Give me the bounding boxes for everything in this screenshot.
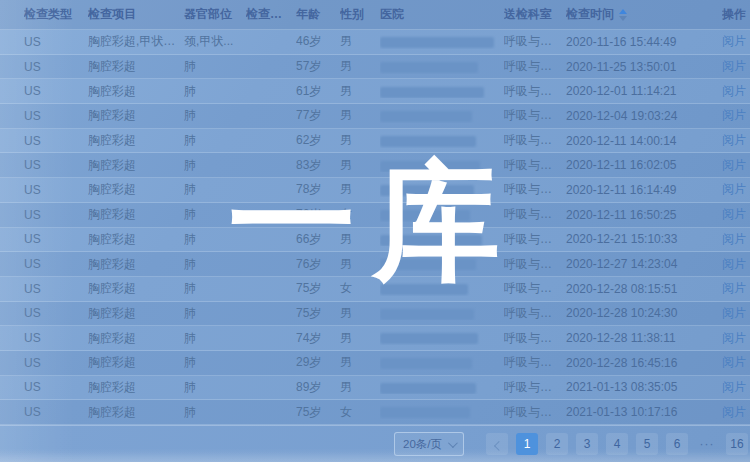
exam-list-screen: 检查类型检查项目器官部位检查方法年龄性别医院送检科室检查时间操作 US胸腔彩超,…: [0, 0, 750, 462]
view-images-link[interactable]: 阅片: [722, 158, 746, 172]
hospital-redacted-block: [380, 185, 474, 196]
view-images-link[interactable]: 阅片: [722, 108, 746, 122]
view-images-link[interactable]: 阅片: [722, 380, 746, 394]
view-images-link[interactable]: 阅片: [722, 232, 746, 246]
cell-gender: 男: [340, 379, 380, 396]
view-images-link[interactable]: 阅片: [722, 257, 746, 271]
column-header-label: 医院: [380, 7, 404, 21]
cell-exam_item: 胸腔彩超: [88, 181, 184, 198]
cell-exam_item: 胸腔彩超: [88, 354, 184, 371]
cell-department: 呼吸与重症医...: [504, 107, 566, 124]
page-button-5[interactable]: 5: [636, 433, 658, 455]
cell-exam_type: US: [24, 232, 88, 246]
table-row: US胸腔彩超肺76岁女呼吸与重症医...2020-12-11 16:50:25阅…: [0, 203, 750, 228]
cell-exam_type: US: [24, 84, 88, 98]
hospital-redacted-block: [380, 37, 494, 48]
cell-exam_type: US: [24, 405, 88, 419]
cell-organ: 肺: [184, 58, 246, 75]
cell-organ: 肺: [184, 132, 246, 149]
cell-gender: 男: [340, 256, 380, 273]
column-header-exam_time[interactable]: 检查时间: [566, 6, 722, 23]
cell-exam_item: 胸腔彩超: [88, 330, 184, 347]
view-images-link[interactable]: 阅片: [722, 133, 746, 147]
cell-organ: 肺: [184, 256, 246, 273]
hospital-redacted-block: [380, 333, 478, 344]
view-images-link[interactable]: 阅片: [722, 331, 746, 345]
sort-caret-icon[interactable]: [619, 9, 627, 21]
cell-department: 呼吸与重症医...: [504, 132, 566, 149]
page-button-2[interactable]: 2: [546, 433, 568, 455]
view-images-link[interactable]: 阅片: [722, 281, 746, 295]
cell-exam_item: 胸腔彩超: [88, 231, 184, 248]
cell-exam_time: 2020-12-28 11:38:11: [566, 331, 722, 345]
column-header-gender: 性别: [340, 6, 380, 23]
cell-exam_time: 2020-11-16 15:44:49: [566, 35, 722, 49]
page-button-4[interactable]: 4: [606, 433, 628, 455]
cell-age: 75岁: [296, 280, 340, 297]
cell-exam_time: 2020-11-25 13:50:01: [566, 60, 722, 74]
column-header-action: 操作: [722, 6, 750, 23]
cell-hospital: [380, 158, 504, 172]
table-row: US胸腔彩超,甲状腺彩超颈,甲状...46岁男呼吸与重症医...2020-11-…: [0, 30, 750, 55]
hospital-redacted-block: [380, 259, 476, 270]
cell-action: 阅片: [722, 256, 750, 273]
page-button-6[interactable]: 6: [666, 433, 688, 455]
cell-action: 阅片: [722, 305, 750, 322]
cell-action: 阅片: [722, 107, 750, 124]
cell-action: 阅片: [722, 354, 750, 371]
view-images-link[interactable]: 阅片: [722, 207, 746, 221]
view-images-link[interactable]: 阅片: [722, 355, 746, 369]
cell-hospital: [380, 84, 504, 98]
view-images-link[interactable]: 阅片: [722, 59, 746, 73]
cell-exam_type: US: [24, 380, 88, 394]
cell-exam_type: US: [24, 306, 88, 320]
cell-age: 89岁: [296, 379, 340, 396]
page-button-1[interactable]: 1: [516, 433, 538, 455]
table-row: US胸腔彩超肺76岁男呼吸与重症医...2020-12-27 14:23:04阅…: [0, 252, 750, 277]
column-header-exam_type: 检查类型: [24, 6, 88, 23]
table-row: US胸腔彩超肺75岁男呼吸与重症医...2020-12-28 10:24:30阅…: [0, 302, 750, 327]
cell-exam_time: 2020-12-01 11:14:21: [566, 84, 722, 98]
cell-exam_time: 2020-12-28 16:45:16: [566, 356, 722, 370]
column-header-label: 检查方法: [246, 7, 294, 21]
cell-department: 呼吸与重症医...: [504, 206, 566, 223]
cell-organ: 肺: [184, 107, 246, 124]
cell-exam_item: 胸腔彩超: [88, 305, 184, 322]
cell-hospital: [380, 405, 504, 419]
cell-organ: 肺: [184, 280, 246, 297]
cell-exam_item: 胸腔彩超: [88, 157, 184, 174]
table-row: US胸腔彩超肺78岁男呼吸与重症医...2020-12-11 16:14:49阅…: [0, 178, 750, 203]
cell-exam_type: US: [24, 257, 88, 271]
prev-page-button[interactable]: [486, 433, 508, 455]
chevron-down-icon: [448, 438, 458, 448]
cell-exam_item: 胸腔彩超: [88, 58, 184, 75]
cell-gender: 男: [340, 231, 380, 248]
column-header-hospital: 医院: [380, 6, 504, 23]
view-images-link[interactable]: 阅片: [722, 306, 746, 320]
cell-gender: 男: [340, 354, 380, 371]
last-page-button[interactable]: 16: [726, 433, 748, 455]
cell-gender: 男: [340, 330, 380, 347]
view-images-link[interactable]: 阅片: [722, 34, 746, 48]
cell-department: 呼吸与重症医...: [504, 181, 566, 198]
cell-gender: 男: [340, 33, 380, 50]
cell-age: 78岁: [296, 181, 340, 198]
hospital-redacted-block: [380, 309, 474, 320]
table-row: US胸腔彩超肺74岁男呼吸与重症医...2020-12-28 11:38:11阅…: [0, 326, 750, 351]
cell-exam_time: 2020-12-27 14:23:04: [566, 257, 722, 271]
pagination-bar: 20条/页 123456··· 16: [0, 425, 750, 462]
pagination-ellipsis[interactable]: ···: [696, 433, 718, 455]
cell-hospital: [380, 232, 504, 246]
cell-age: 76岁: [296, 256, 340, 273]
cell-exam_type: US: [24, 109, 88, 123]
cell-age: 75岁: [296, 305, 340, 322]
cell-organ: 肺: [184, 404, 246, 421]
cell-organ: 肺: [184, 379, 246, 396]
column-header-exam_item: 检查项目: [88, 6, 184, 23]
page-button-3[interactable]: 3: [576, 433, 598, 455]
page-size-select[interactable]: 20条/页: [394, 432, 464, 456]
view-images-link[interactable]: 阅片: [722, 84, 746, 98]
cell-department: 呼吸与重症医...: [504, 58, 566, 75]
view-images-link[interactable]: 阅片: [722, 182, 746, 196]
view-images-link[interactable]: 阅片: [722, 405, 746, 419]
